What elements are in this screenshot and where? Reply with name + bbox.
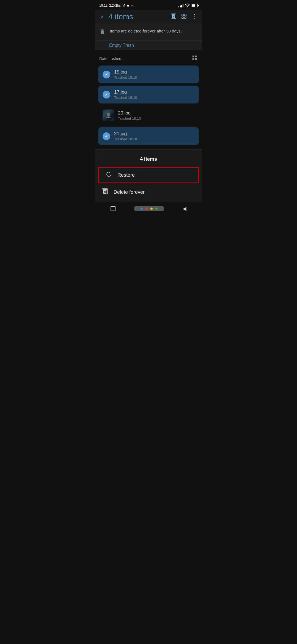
list-item[interactable]: 21.jpg Trashed 18:10 <box>98 127 199 145</box>
page-title: 4 items <box>108 12 167 21</box>
more-options-toolbar-icon[interactable]: ⋮ <box>191 13 198 20</box>
grid-view-toggle[interactable] <box>192 55 198 62</box>
nav-dot-red <box>145 208 148 210</box>
wifi-icon <box>185 3 189 8</box>
file-meta-1: Trashed 18:10 <box>114 75 194 80</box>
status-left: 18:12 2.2KB/s M ◆ ··· <box>99 4 134 7</box>
file-name-2: 17.jpg <box>114 89 194 95</box>
nav-home-pill[interactable] <box>134 206 164 211</box>
file-info-4: 21.jpg Trashed 18:10 <box>114 131 194 141</box>
home-square-icon[interactable] <box>111 206 116 211</box>
file-info-1: 15.jpg Trashed 18:10 <box>114 69 194 80</box>
delete-forever-toolbar-icon[interactable] <box>170 13 177 21</box>
svg-rect-4 <box>182 17 183 18</box>
list-item[interactable]: 15.jpg Trashed 18:10 <box>98 66 199 83</box>
info-banner-text: Items are deleted forever after 30 days. <box>110 28 182 34</box>
file-checkbox-1[interactable] <box>103 71 110 78</box>
location-icon: ◆ <box>127 4 129 7</box>
nav-bar: ◀ <box>95 202 202 216</box>
restore-button[interactable]: Restore <box>98 167 199 183</box>
nav-dot-green <box>155 208 158 210</box>
selection-count: 4 Items <box>95 154 202 166</box>
status-right <box>178 3 198 8</box>
signal-icon <box>178 4 183 7</box>
back-icon[interactable]: ◀ <box>183 206 186 212</box>
toolbar-actions: ⋮ <box>170 13 198 21</box>
status-bar: 18:12 2.2KB/s M ◆ ··· <box>95 0 202 10</box>
sort-label[interactable]: Date trashed ↑ <box>99 56 125 61</box>
file-meta-2: Trashed 18:10 <box>114 95 194 100</box>
sort-bar: Date trashed ↑ <box>95 50 202 66</box>
nav-dot-yellow <box>150 208 153 210</box>
file-meta-4: Trashed 18:10 <box>114 137 194 141</box>
list-item[interactable]: 20.jpg Trashed 18:10 <box>98 106 199 125</box>
file-name-3: 20.jpg <box>118 110 194 116</box>
file-list: 15.jpg Trashed 18:10 17.jpg Trashed 18:1… <box>95 66 202 145</box>
file-thumbnail-3 <box>103 110 114 121</box>
list-item[interactable]: 17.jpg Trashed 18:10 <box>98 86 199 103</box>
battery-icon <box>191 4 198 7</box>
info-banner: Items are deleted forever after 30 days. <box>95 24 202 41</box>
gmail-icon: M <box>122 4 125 7</box>
selection-bar: 4 Items Restore Delete forever <box>95 149 202 202</box>
more-status-icon: ··· <box>131 4 134 7</box>
file-name-1: 15.jpg <box>114 69 194 75</box>
delete-forever-label: Delete forever <box>114 189 145 195</box>
empty-trash-button[interactable]: Empty Trash <box>95 41 202 50</box>
restore-label: Restore <box>117 172 135 178</box>
trash-banner-icon <box>99 29 105 36</box>
nav-dot-blue <box>141 208 143 210</box>
file-info-2: 17.jpg Trashed 18:10 <box>114 89 194 100</box>
file-info-3: 20.jpg Trashed 18:10 <box>118 110 194 121</box>
status-speed: 2.2KB/s <box>109 4 121 7</box>
file-name-4: 21.jpg <box>114 131 194 137</box>
file-meta-3: Trashed 18:10 <box>118 116 194 121</box>
select-all-toolbar-icon[interactable] <box>181 13 187 21</box>
file-checkbox-4[interactable] <box>103 132 110 140</box>
file-checkbox-2[interactable] <box>103 91 110 99</box>
close-button[interactable]: × <box>99 12 105 21</box>
delete-forever-small-icon <box>101 188 108 196</box>
delete-forever-button[interactable]: Delete forever <box>95 184 202 200</box>
status-time: 18:12 <box>99 4 108 7</box>
svg-rect-5 <box>185 17 186 18</box>
svg-rect-3 <box>185 14 186 15</box>
toolbar: × 4 items ⋮ <box>95 10 202 24</box>
svg-rect-2 <box>182 14 183 15</box>
sort-arrow-icon: ↑ <box>123 57 125 61</box>
restore-icon <box>105 171 112 179</box>
